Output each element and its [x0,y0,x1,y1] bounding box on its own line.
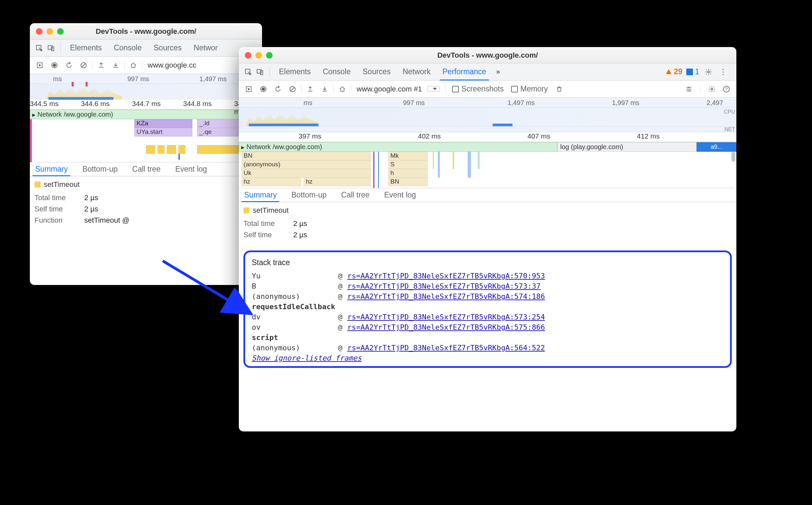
warnings-badge[interactable]: 29 [665,67,683,76]
stack-group: requestIdleCallback [252,303,723,311]
timeline-overview[interactable]: ms 997 ms 1,497 ms [30,74,262,100]
frame-source-link[interactable]: rs=AA2YrTtTjPD_83NeleSxfEZ7rTB5vRKbgA:57… [347,272,545,280]
network-track[interactable]: ▸Network /ww.google.com) log (play.googl… [239,142,736,152]
screenshots-checkbox[interactable]: Screenshots [452,85,504,94]
detail-ruler[interactable]: 344.5 ms 344.6 ms 344.7 ms 344.8 ms 344.… [30,100,262,110]
help-icon[interactable]: ? [720,83,732,95]
settings-icon[interactable] [703,66,714,77]
category-swatch [34,182,40,188]
flame-block[interactable]: (anonymous) [241,160,371,169]
subtab-calltree[interactable]: Call tree [339,188,372,202]
shortcuts-icon[interactable] [683,83,695,95]
tab-elements[interactable]: Elements [274,63,316,80]
devtools-window-back: DevTools - www.google.com/ Elements Cons… [30,23,262,285]
record-icon[interactable] [257,83,269,95]
play-icon[interactable] [243,83,255,95]
tab-network[interactable]: Network [189,39,218,57]
inspect-icon[interactable] [34,43,44,53]
flame-block[interactable]: S [388,160,428,169]
tab-network[interactable]: Network [397,63,436,80]
play-icon[interactable] [34,59,46,71]
detail-ruler[interactable]: 397 ms 402 ms 407 ms 412 ms [239,132,736,142]
summary-panel: setTimeout Total time2 µs Self time2 µs [239,202,736,246]
frame-source-link[interactable]: rs=AA2YrTtTjPD_83NeleSxfEZ7rTB5vRKbgA:57… [347,282,541,290]
subtab-summary[interactable]: Summary [32,162,70,176]
category-swatch [243,207,249,213]
subtab-bottomup[interactable]: Bottom-up [288,188,329,202]
kebab-icon[interactable]: ⋮ [718,66,728,77]
device-icon[interactable] [46,43,56,53]
flame-block[interactable]: hz [304,178,371,186]
subtab-calltree[interactable]: Call tree [130,162,163,176]
subtab-bottomup[interactable]: Bottom-up [80,162,120,176]
tab-sources[interactable]: Sources [357,63,396,80]
zoom-icon[interactable] [57,28,64,35]
subtab-eventlog[interactable]: Event log [172,162,210,176]
frame-source-link[interactable]: rs=AA2YrTtTjPD_83NeleSxfEZ7rTB5vRKbgA:57… [347,292,545,301]
expand-icon[interactable]: ▸ [241,143,244,151]
flame-chart[interactable]: BN(anonymous)UkhzhzMkShBN [239,152,736,188]
home-icon[interactable] [336,83,348,95]
flame-block[interactable]: h [388,169,428,178]
titlebar[interactable]: DevTools - www.google.com/ [239,47,736,63]
recording-url[interactable]: www.google.cc [145,61,196,69]
stack-frame: dv@rs=AA2YrTtTjPD_83NeleSxfEZ7rTB5vRKbgA… [252,313,723,321]
timeline-overview[interactable]: ms 997 ms 1,497 ms 1,997 ms 2,497 CPU NE… [239,98,736,132]
svg-text:?: ? [725,87,728,92]
frame-source-link[interactable]: rs=AA2YrTtTjPD_83NeleSxfEZ7rTB5vRKbgA:56… [347,344,545,352]
svg-line-7 [82,63,85,67]
window-title: DevTools - www.google.com/ [30,27,262,36]
network-track[interactable]: ▸ Network /ww.google.com) [30,110,262,119]
scrollbar[interactable] [731,152,736,188]
tab-console[interactable]: Console [108,39,147,57]
download-icon[interactable] [110,59,122,71]
more-tabs-icon[interactable]: » [493,66,503,77]
flame-chart[interactable]: KZa _.ld UYa.start _.qe [30,119,262,162]
upload-icon[interactable] [95,59,107,71]
zoom-icon[interactable] [266,52,273,59]
tab-elements[interactable]: Elements [65,39,107,57]
download-icon[interactable] [319,83,331,95]
reload-icon[interactable] [63,59,75,71]
frame-source-link[interactable]: rs=AA2YrTtTjPD_83NeleSxfEZ7rTB5vRKbgA:57… [347,323,545,331]
tab-performance[interactable]: Performance [437,63,491,80]
titlebar[interactable]: DevTools - www.google.com/ [30,23,262,39]
flame-block[interactable]: Mk [388,152,428,160]
gc-icon[interactable] [553,83,565,95]
subtab-summary[interactable]: Summary [241,188,279,202]
minimize-icon[interactable] [46,28,53,35]
minimize-icon[interactable] [255,52,262,59]
flame-block[interactable]: KZa [134,119,192,128]
svg-point-11 [707,71,709,73]
upload-icon[interactable] [304,83,316,95]
flame-block[interactable]: BN [241,152,371,160]
tab-sources[interactable]: Sources [148,39,187,57]
clear-icon[interactable] [78,59,90,71]
clear-icon[interactable] [286,83,299,95]
record-icon[interactable] [48,59,61,71]
flame-block[interactable]: UYa.start [134,128,192,137]
reload-icon[interactable] [272,83,284,95]
device-icon[interactable] [255,66,265,77]
settings-icon[interactable] [706,83,718,95]
recording-dropdown[interactable] [427,86,440,92]
frame-source-link[interactable]: rs=AA2YrTtTjPD_83NeleSxfEZ7rTB5vRKbgA:57… [347,313,545,321]
stack-trace-title: Stack trace [252,258,723,267]
subtab-eventlog[interactable]: Event log [381,188,419,202]
tab-console[interactable]: Console [318,63,356,80]
home-icon[interactable] [127,59,139,71]
close-icon[interactable] [36,28,42,35]
issues-badge[interactable]: 1 [686,67,699,76]
memory-checkbox[interactable]: Memory [511,85,548,94]
expand-icon[interactable]: ▸ [32,111,35,119]
show-ignored-link[interactable]: Show ignore-listed frames [252,354,362,362]
event-name: setTimeout [44,180,80,189]
summary-panel: setTimeout Total time2 µs Self time2 µs … [30,176,262,231]
flame-block[interactable]: BN [388,178,428,186]
inspect-icon[interactable] [243,66,253,77]
ruler-mark: 997 ms [127,75,149,83]
flame-block[interactable]: Uk [241,169,371,178]
close-icon[interactable] [245,52,251,59]
flame-block[interactable]: hz [241,178,301,186]
recording-select[interactable]: www.google.com #1 [354,85,422,94]
